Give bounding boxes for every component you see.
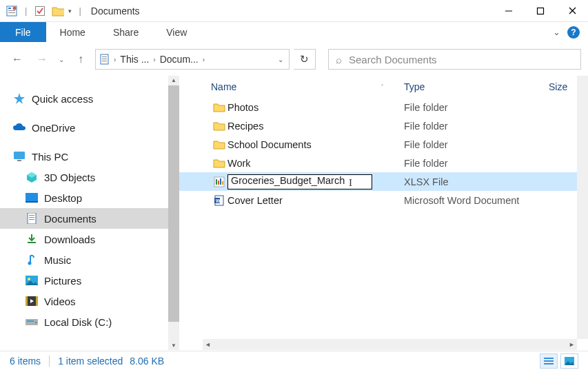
svg-point-25	[28, 278, 30, 280]
scroll-left-icon[interactable]: ◄	[203, 341, 213, 348]
breadcrumb[interactable]: This ...	[119, 54, 150, 65]
file-row[interactable]: School Documents File folder	[179, 135, 588, 154]
document-icon	[25, 212, 39, 225]
monitor-icon	[12, 150, 26, 163]
tab-home[interactable]: Home	[46, 22, 99, 42]
file-name: Cover Letter	[227, 195, 404, 206]
svg-rect-36	[222, 181, 223, 185]
properties-icon[interactable]	[6, 5, 18, 17]
file-type: File folder	[404, 102, 448, 113]
svg-rect-34	[218, 181, 219, 185]
svg-point-31	[35, 322, 37, 323]
nav-onedrive[interactable]: OneDrive	[0, 117, 179, 138]
nav-music[interactable]: Music	[0, 249, 179, 270]
nav-documents[interactable]: Documents	[0, 208, 179, 229]
xlsx-icon	[211, 176, 227, 187]
content-h-scrollbar[interactable]: ◄ ►	[203, 339, 577, 350]
file-tab[interactable]: File	[0, 22, 46, 42]
maximize-button[interactable]	[525, 1, 556, 21]
nav-local-disk[interactable]: Local Disk (C:)	[0, 311, 179, 332]
svg-point-4	[13, 6, 17, 10]
svg-rect-40	[544, 358, 554, 359]
nav-label: Documents	[44, 213, 97, 225]
svg-rect-1	[8, 8, 11, 9]
qat-dropdown-icon[interactable]: ▾	[68, 8, 72, 14]
status-size: 8.06 KB	[130, 356, 164, 367]
svg-rect-2	[8, 10, 15, 11]
music-icon	[25, 254, 39, 266]
column-name[interactable]: Name	[211, 81, 236, 92]
ribbon-tabs: File Home Share View ⌄ ?	[0, 22, 588, 43]
search-input[interactable]: ⌕ Search Documents	[328, 49, 581, 70]
file-row[interactable]: Groceries_Budget_MarchI XLSX File	[179, 172, 588, 191]
nav-3d-objects[interactable]: 3D Objects	[0, 167, 179, 187]
file-row[interactable]: Photos File folder	[179, 98, 588, 116]
nav-label: This PC	[32, 151, 68, 163]
file-row[interactable]: Work File folder	[179, 154, 588, 172]
status-separator	[49, 356, 50, 367]
column-size[interactable]: Size	[549, 81, 567, 92]
column-headers[interactable]: Name ˆ Type Size	[179, 76, 588, 98]
nav-scrollbar[interactable]: ▲ ▼	[168, 76, 179, 350]
tab-share[interactable]: Share	[99, 22, 152, 42]
address-history-dropdown[interactable]: ⌄	[278, 56, 286, 63]
svg-rect-28	[36, 296, 38, 306]
content-v-scrollbar[interactable]	[577, 76, 588, 339]
folder-icon[interactable]	[52, 5, 64, 17]
column-type[interactable]: Type	[404, 81, 549, 92]
nav-downloads[interactable]: Downloads	[0, 229, 179, 249]
search-icon: ⌕	[336, 54, 342, 65]
cube-icon	[25, 171, 39, 183]
svg-rect-13	[102, 61, 107, 61]
scroll-right-icon[interactable]: ►	[567, 341, 577, 348]
nav-label: Videos	[44, 296, 76, 307]
title-separator: |	[79, 6, 81, 16]
nav-label: Desktop	[44, 192, 82, 204]
navigation-pane: Quick access OneDrive This PC 3D Objects…	[0, 76, 179, 350]
nav-desktop[interactable]: Desktop	[0, 187, 179, 208]
nav-quick-access[interactable]: Quick access	[0, 88, 179, 109]
nav-videos[interactable]: Videos	[0, 291, 179, 311]
desktop-icon	[25, 192, 39, 204]
folder-icon	[211, 140, 227, 150]
forward-button[interactable]: →	[32, 49, 52, 70]
nav-scroll-thumb[interactable]	[168, 85, 179, 322]
qat-separator: |	[25, 6, 27, 16]
scroll-down-icon[interactable]: ▼	[171, 342, 176, 349]
help-icon[interactable]: ?	[567, 26, 580, 39]
address-bar[interactable]: › This ... › Docum... › ⌄	[95, 49, 290, 70]
thumbnails-view-button[interactable]	[560, 353, 578, 369]
nav-this-pc[interactable]: This PC	[0, 146, 179, 167]
rename-input[interactable]: Groceries_Budget_MarchI	[227, 174, 372, 189]
breadcrumb[interactable]: Docum...	[159, 54, 200, 65]
file-row[interactable]: Recipes File folder	[179, 116, 588, 135]
file-row[interactable]: W Cover Letter Microsoft Word Document	[179, 191, 588, 209]
svg-rect-20	[29, 217, 34, 218]
ribbon-expand-icon[interactable]: ⌄	[553, 27, 560, 37]
up-button[interactable]: ↑	[70, 49, 91, 70]
nav-pictures[interactable]: Pictures	[0, 270, 179, 291]
crumb-chevron-icon[interactable]: ›	[152, 56, 156, 63]
details-view-button[interactable]	[540, 353, 558, 369]
back-button[interactable]: ←	[7, 49, 28, 70]
checkbox-icon[interactable]	[34, 5, 46, 17]
file-type: File folder	[404, 158, 448, 169]
scroll-up-icon[interactable]: ▲	[171, 77, 176, 83]
svg-rect-42	[544, 363, 554, 364]
crumb-chevron-icon[interactable]: ›	[201, 56, 206, 63]
status-selection: 1 item selected	[58, 356, 123, 367]
location-document-icon	[99, 53, 111, 65]
search-placeholder: Search Documents	[349, 54, 437, 65]
folder-icon	[211, 158, 227, 168]
close-button[interactable]	[556, 1, 588, 21]
tab-view[interactable]: View	[152, 22, 201, 42]
svg-rect-30	[27, 320, 34, 322]
recent-dropdown[interactable]: ⌄	[57, 49, 66, 70]
svg-rect-3	[8, 12, 15, 13]
nav-label: Pictures	[44, 275, 81, 287]
text-cursor-icon: I	[349, 177, 352, 189]
minimize-button[interactable]	[493, 1, 525, 21]
refresh-button[interactable]: ↻	[294, 49, 316, 70]
status-bar: 6 items 1 item selected 8.06 KB	[0, 351, 588, 370]
crumb-chevron-icon[interactable]: ›	[112, 56, 117, 63]
